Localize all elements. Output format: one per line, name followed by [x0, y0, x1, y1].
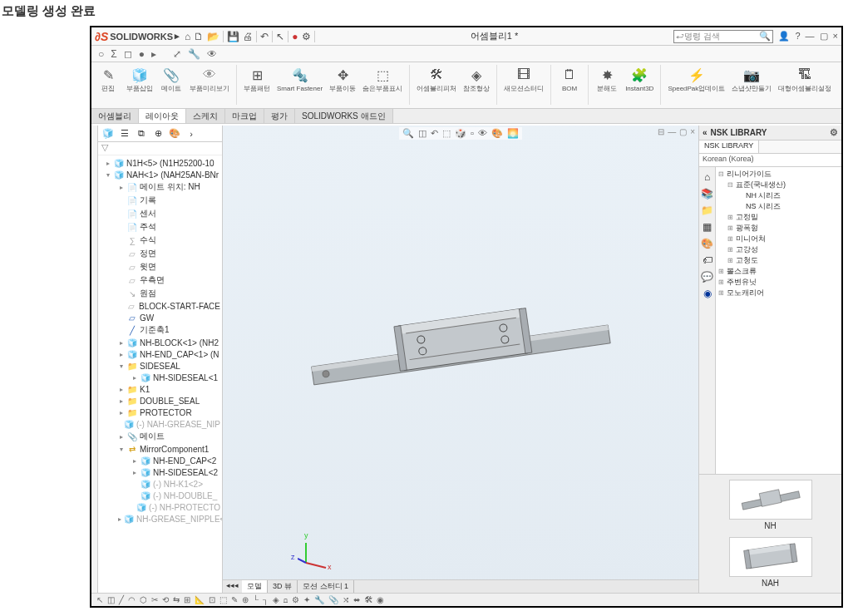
- sb-icon[interactable]: ⤭: [343, 595, 349, 604]
- tree-tab-property-icon[interactable]: ☰: [118, 127, 131, 140]
- tree-node-nh-k1-2[interactable]: 🧊(-) NH-K1<2>: [98, 478, 222, 490]
- cat-ns-series[interactable]: NS 시리즈: [717, 201, 840, 212]
- vtab-lib-icon[interactable]: 📚: [701, 187, 714, 200]
- tree-tab-display-icon[interactable]: 🎨: [168, 127, 181, 140]
- sb-icon[interactable]: ⊕: [242, 595, 249, 604]
- sb-icon[interactable]: ✎: [231, 595, 238, 604]
- vtab-appearance-icon[interactable]: 🎨: [701, 237, 714, 250]
- close-icon[interactable]: ×: [833, 31, 838, 42]
- open-icon[interactable]: 📂: [207, 31, 219, 42]
- thumb-nah[interactable]: NAH: [721, 537, 821, 588]
- sb-icon[interactable]: ⊡: [209, 595, 215, 604]
- tree-node-nah[interactable]: ▾🧊NAH<1> (NAH25AN-BNr: [98, 169, 222, 180]
- toggle-icon[interactable]: ⤢: [173, 48, 181, 60]
- tree-node-sideseal-folder[interactable]: ▾📁SIDESEAL: [98, 360, 222, 372]
- nsk-category-tree[interactable]: ⊟리니어가이드 ⊟표준(국내생산) NH 시리즈 NS 시리즈 ⊞고정밀 ⊞광폭…: [716, 167, 841, 474]
- prev-view-icon[interactable]: ↶: [431, 128, 438, 139]
- graphics-viewport[interactable]: 🔍 ◫ ↶ ⬚ 🎲 ▫ 👁 🎨 🌅 ⊟ — ▢ ×: [223, 126, 698, 593]
- tree-node-top-plane[interactable]: ▱윗면: [98, 260, 222, 274]
- sb-icon[interactable]: 📐: [195, 595, 205, 604]
- tab-evaluate[interactable]: 평가: [264, 109, 295, 123]
- tab-sketch[interactable]: 스케치: [186, 109, 225, 123]
- user-icon[interactable]: 👤: [778, 31, 790, 42]
- scene-icon[interactable]: 🌅: [507, 128, 519, 139]
- section-icon[interactable]: ⬚: [442, 128, 451, 139]
- tree-node-nh-grease[interactable]: ▸🧊NH-GREASE_NIPPLE<1: [98, 513, 222, 525]
- vp-collapse-icon[interactable]: ⊟: [658, 127, 664, 136]
- cat-standard[interactable]: ⊟표준(국내생산): [717, 180, 840, 190]
- tab-addins[interactable]: SOLIDWORKS 애드인: [295, 109, 393, 123]
- tab-markup[interactable]: 마크업: [225, 109, 264, 123]
- sb-icon[interactable]: ◈: [273, 595, 279, 604]
- cat-precision[interactable]: ⊞고정밀: [717, 212, 840, 223]
- vtab-props-icon[interactable]: 🏷: [701, 254, 714, 267]
- tab-layout[interactable]: 레이아웃: [139, 109, 186, 123]
- tree-node-double-seal[interactable]: ▸📁DOUBLE_SEAL: [98, 395, 222, 407]
- options-icon[interactable]: ⚙: [302, 31, 311, 42]
- feature-tree[interactable]: ▸🧊N1H<5> (N1H25200-10 ▾🧊NAH<1> (NAH25AN-…: [98, 155, 222, 593]
- ribbon-move[interactable]: ✥부품이동: [329, 65, 356, 92]
- tree-node-block-start-face[interactable]: ▱BLOCK-START-FACE: [98, 300, 222, 312]
- sb-icon[interactable]: ◉: [377, 595, 384, 604]
- cat-ballscrew[interactable]: ⊞볼스크류: [717, 266, 840, 277]
- save-icon[interactable]: 💾: [227, 31, 239, 42]
- pause-icon[interactable]: ▸: [151, 48, 156, 60]
- vtab-nsk-icon[interactable]: ◉: [701, 287, 714, 300]
- cat-wide[interactable]: ⊞광폭형: [717, 223, 840, 234]
- tree-node-mirror[interactable]: ▾⇄MirrorComponent1: [98, 443, 222, 455]
- view-orient-icon[interactable]: 🎲: [455, 128, 466, 139]
- minimize-icon[interactable]: —: [806, 31, 815, 42]
- record-icon[interactable]: ○: [98, 48, 104, 60]
- tree-node-history[interactable]: 📄기록: [98, 194, 222, 207]
- left-collapse-strip[interactable]: [91, 126, 98, 593]
- sb-icon[interactable]: ⬡: [140, 595, 147, 604]
- tree-node-nah-grease[interactable]: 🧊(-) NAH-GREASE_NIP: [98, 418, 222, 430]
- sb-icon[interactable]: ↖: [96, 595, 103, 604]
- sb-icon[interactable]: ⬚: [219, 595, 227, 604]
- tree-node-equation[interactable]: ∑수식: [98, 234, 222, 247]
- tree-node-front-plane[interactable]: ▱정면: [98, 247, 222, 260]
- stop-icon[interactable]: ●: [139, 48, 145, 60]
- sb-icon[interactable]: ⚙: [292, 595, 299, 604]
- print-icon[interactable]: 🖨: [243, 31, 253, 42]
- tree-node-gw[interactable]: ▱GW: [98, 312, 222, 323]
- ribbon-bom[interactable]: 🗒BOM: [558, 65, 581, 92]
- tree-node-n1h[interactable]: ▸🧊N1H<5> (N1H25200-10: [98, 157, 222, 169]
- tree-node-nh-protector[interactable]: 🧊(-) NH-PROTECTO: [98, 501, 222, 513]
- sb-icon[interactable]: 🛠: [364, 595, 372, 604]
- vtab-explorer-icon[interactable]: 📁: [701, 204, 714, 217]
- ribbon-motion-study[interactable]: 🎞새모션스터디: [504, 65, 544, 92]
- appearance-icon[interactable]: 🎨: [491, 128, 503, 139]
- cat-clean[interactable]: ⊞고청도: [717, 255, 840, 266]
- sigma-icon[interactable]: Σ: [111, 48, 116, 60]
- app-dropdown-icon[interactable]: ▸: [175, 31, 180, 42]
- vp-tab-motion[interactable]: 모션 스터디 1: [298, 580, 354, 593]
- zoom-area-icon[interactable]: ◫: [418, 128, 426, 139]
- ribbon-instant3d[interactable]: 🧩Instant3D: [625, 65, 653, 92]
- home-icon[interactable]: ⌂: [185, 31, 190, 42]
- rebuild-icon[interactable]: 🔧: [188, 48, 200, 60]
- tree-tab-more-icon[interactable]: ›: [185, 127, 198, 140]
- visibility-icon[interactable]: 👁: [207, 48, 217, 60]
- undo-icon[interactable]: ↶: [260, 31, 269, 42]
- sb-icon[interactable]: ╱: [119, 595, 124, 604]
- ribbon-pattern[interactable]: ⊞부품패턴: [244, 65, 270, 92]
- sb-icon[interactable]: ⊞: [184, 595, 190, 604]
- ribbon-show-hidden[interactable]: ⬚숨은부품표시: [362, 65, 402, 92]
- tree-node-nh-double[interactable]: 🧊(-) NH-DOUBLE_: [98, 490, 222, 501]
- ribbon-assembly-feature[interactable]: 🛠어셈블리피처: [417, 65, 456, 92]
- language-selector[interactable]: Korean (Korea): [699, 154, 841, 167]
- sb-icon[interactable]: ✦: [303, 595, 310, 604]
- hide-show-icon[interactable]: 👁: [478, 128, 487, 139]
- cat-nh-series[interactable]: NH 시리즈: [717, 190, 840, 201]
- collapse-icon[interactable]: «: [703, 128, 708, 137]
- gear-icon[interactable]: ⚙: [830, 127, 838, 138]
- select-icon[interactable]: ↖: [276, 31, 284, 42]
- tree-node-sensor[interactable]: 📄센서: [98, 207, 222, 220]
- tree-node-protector[interactable]: ▸📁PROTECTOR: [98, 407, 222, 418]
- ribbon-reference-geom[interactable]: ◈참조형상: [463, 65, 490, 92]
- tree-node-axis[interactable]: ╱기준축1: [98, 323, 222, 337]
- cat-monocarrier[interactable]: ⊞모노캐리어: [717, 288, 840, 298]
- traffic-light-icon[interactable]: ●: [292, 31, 298, 42]
- sb-icon[interactable]: ⟲: [162, 595, 169, 604]
